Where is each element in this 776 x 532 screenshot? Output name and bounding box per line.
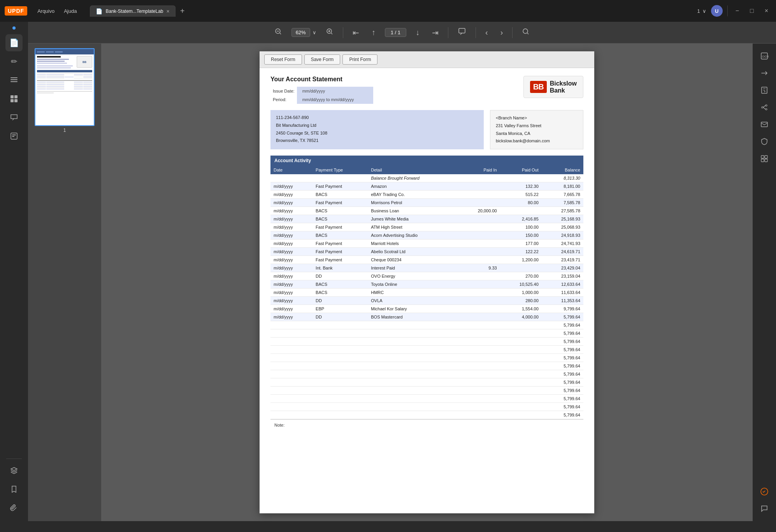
sidebar-icon-list[interactable] <box>5 72 23 89</box>
zoom-in-button[interactable] <box>323 25 337 40</box>
cell-balance: 5,799.64 <box>542 321 583 329</box>
cell-date <box>270 387 313 395</box>
cell-paid-out <box>500 321 542 329</box>
right-sidebar-icon-security[interactable] <box>757 134 772 149</box>
right-sidebar-icon-extract[interactable] <box>757 82 772 98</box>
note-label: Note: <box>274 423 284 427</box>
cell-balance: 11,353.64 <box>542 297 583 305</box>
right-sidebar-icon-organize[interactable] <box>757 151 772 166</box>
cell-paid-out: 1,200.00 <box>500 256 542 264</box>
svg-rect-2 <box>11 81 18 82</box>
reset-form-button[interactable]: Reset Form <box>264 54 302 65</box>
cell-date: m/dd/yyyy <box>270 240 313 248</box>
sidebar-icon-layers[interactable] <box>5 462 23 479</box>
cell-detail <box>368 321 458 329</box>
last-page-button[interactable]: ⇥ <box>429 26 442 40</box>
page-nav-chevron[interactable]: ∨ <box>702 8 706 14</box>
company-name: Bit Manufacturing Ltd <box>276 122 478 130</box>
cell-paid-out <box>500 370 542 378</box>
cell-balance: 7,585.78 <box>542 199 583 207</box>
right-sidebar-icon-chat[interactable] <box>757 501 772 516</box>
nav-next-button[interactable]: › <box>497 26 506 39</box>
user-avatar[interactable]: U <box>711 5 723 17</box>
save-form-button[interactable]: Save Form <box>304 54 341 65</box>
cell-payment-type <box>313 362 368 370</box>
document-content: Your Account Statement Issue Date: <box>260 68 594 438</box>
table-row: m/dd/yyyyDDOVLA280.0011,353.64 <box>270 297 583 305</box>
cell-date: m/dd/yyyy <box>270 182 313 191</box>
sidebar-icon-comments[interactable] <box>5 109 23 126</box>
right-sidebar-icon-share[interactable] <box>757 100 772 115</box>
svg-rect-4 <box>14 95 18 98</box>
table-row: 5,799.64 <box>270 395 583 403</box>
sidebar-icon-edit[interactable]: ✏ <box>5 53 23 70</box>
right-sidebar-icon-convert[interactable] <box>757 65 772 81</box>
cell-detail: Acorn Advertising Studio <box>368 231 458 240</box>
thumbnail-item-1[interactable]: BB <box>35 48 95 133</box>
comment-button[interactable] <box>455 25 469 40</box>
period-value[interactable] <box>297 95 373 104</box>
cell-payment-type: EBP <box>313 305 368 313</box>
document-area[interactable]: Reset Form Save Form Print Form Your Acc… <box>101 44 753 521</box>
cell-paid-out: 270.00 <box>500 272 542 280</box>
maximize-button[interactable]: □ <box>747 6 757 16</box>
thumbnail-frame: BB <box>35 48 95 126</box>
page-current: 1 <box>391 30 393 35</box>
cell-balance: 23,159.04 <box>542 272 583 280</box>
sidebar-icon-bookmark[interactable] <box>5 481 23 498</box>
cell-payment-type <box>313 403 368 411</box>
cell-paid-out: 1,000.00 <box>500 289 542 297</box>
cell-detail: Business Loan <box>368 207 458 215</box>
period-input[interactable] <box>300 96 370 103</box>
first-page-button[interactable]: ⇤ <box>349 26 362 40</box>
search-button[interactable] <box>519 25 533 40</box>
issue-date-value[interactable] <box>297 87 373 95</box>
cell-balance: 8,181.00 <box>542 182 583 191</box>
cell-detail: Cheque 000234 <box>368 256 458 264</box>
menu-arquivo[interactable]: Arquivo <box>33 7 58 16</box>
table-row: 5,799.64 <box>270 403 583 411</box>
tab-bank-statement[interactable]: 📄 Bank-Statem...TemplateLab × <box>90 5 175 17</box>
sidebar-icon-document[interactable]: 📄 <box>5 34 23 51</box>
cell-balance: 11,633.64 <box>542 289 583 297</box>
cell-paid-in <box>458 223 500 231</box>
right-sidebar-icon-mail[interactable] <box>757 117 772 132</box>
table-row: m/dd/yyyyBACSeBAY Trading Co.515.227,665… <box>270 191 583 199</box>
col-paid-in: Paid In <box>458 166 500 174</box>
close-button[interactable]: × <box>762 6 771 16</box>
minimize-button[interactable]: − <box>732 6 742 16</box>
next-page-button[interactable]: ↓ <box>413 26 423 39</box>
cell-paid-in <box>458 289 500 297</box>
menu-ajuda[interactable]: Ajuda <box>60 7 81 16</box>
issue-date-row: Issue Date: <box>270 87 373 95</box>
sidebar-icon-pages[interactable] <box>5 90 23 107</box>
right-sidebar-icon-ocr[interactable]: OCR <box>757 48 772 64</box>
cell-paid-out <box>500 329 542 338</box>
issue-date-input[interactable] <box>300 88 347 94</box>
cell-payment-type <box>313 354 368 362</box>
nav-prev-button[interactable]: ‹ <box>482 26 491 39</box>
cell-paid-out: 100.00 <box>500 223 542 231</box>
new-tab-button[interactable]: + <box>177 7 188 16</box>
print-form-button[interactable]: Print Form <box>342 54 377 65</box>
table-row: m/dd/yyyyBACSHMRC1,000.0011,633.64 <box>270 289 583 297</box>
prev-page-button[interactable]: ↑ <box>369 26 379 39</box>
svg-point-17 <box>765 105 767 106</box>
cell-payment-type: Fast Payment <box>313 248 368 256</box>
bank-name-line1: Bickslow <box>550 80 577 87</box>
page-indicator[interactable]: 1 / 1 <box>385 28 406 37</box>
zoom-dropdown-icon[interactable]: ∨ <box>313 30 316 35</box>
cell-paid-in <box>458 321 500 329</box>
branch-address2: Santa Monica, CA <box>496 130 578 138</box>
zoom-value[interactable]: 62% <box>291 28 310 37</box>
sidebar-icon-form[interactable] <box>5 128 23 145</box>
tab-close-button[interactable]: × <box>167 9 170 14</box>
cell-paid-in <box>458 403 500 411</box>
zoom-out-button[interactable] <box>271 25 285 40</box>
activity-section: Account Activity Date Payment Type Detai… <box>270 156 583 419</box>
cell-payment-type <box>313 338 368 346</box>
right-sidebar-icon-ai[interactable] <box>757 484 772 499</box>
cell-detail <box>368 395 458 403</box>
thumbnail-page-number: 1 <box>63 128 66 133</box>
sidebar-icon-attachment[interactable] <box>5 499 23 516</box>
